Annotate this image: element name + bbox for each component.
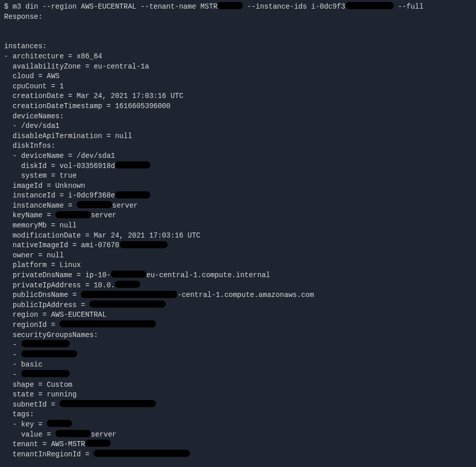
security-group-basic: - basic (4, 360, 472, 370)
redacted-sg-4 (21, 370, 70, 377)
tag-value-line: value = server (4, 430, 472, 440)
redacted-instance-id (345, 2, 394, 9)
security-group-item: - (4, 340, 472, 350)
instance-id-line: instanceId = i-0dc9f368e (4, 191, 472, 201)
image-id-line: imageId = Unknown (4, 181, 472, 191)
state-line: state = running (4, 390, 472, 400)
tags-header: tags: (4, 410, 472, 420)
tenant-in-region-line: tenantInRegionId = (4, 450, 472, 460)
blank-line (4, 32, 472, 42)
availability-zone-line: availabilityZone = eu-central-1a (4, 62, 472, 72)
redacted-tag-key (47, 420, 72, 427)
redacted-tenant-name (85, 440, 111, 447)
security-group-item: - (4, 350, 472, 360)
command-text-3: --full (398, 3, 423, 11)
public-ip-line: publicIpAddress = (4, 301, 472, 311)
redacted-tag-value (55, 430, 91, 437)
region-id-line: regionId = (4, 320, 472, 330)
key-name-line: keyName = server (4, 211, 472, 221)
instance-name-line: instanceName = server (4, 201, 472, 211)
private-dns-line: privateDnsName = ip-10-eu-central-1.comp… (4, 271, 472, 281)
redacted-private-ip (115, 281, 140, 288)
cpu-count-line: cpuCount = 1 (4, 82, 472, 92)
disable-api-line: disableApiTermination = null (4, 131, 472, 142)
redacted-public-ip (89, 301, 166, 308)
redacted-disk-id (115, 161, 150, 169)
security-groups-header: securityGroupsNames: (4, 330, 472, 341)
native-image-id-line: nativeImageId = ami-07670 (4, 241, 472, 251)
command-text-1: m3 din --region AWS-EUCENTRAL --tenant-n… (13, 3, 217, 11)
redacted-sg-2 (21, 350, 77, 357)
memory-line: memoryMb = null (4, 221, 472, 231)
redacted-public-dns (81, 291, 177, 298)
response-label: Response: (4, 12, 472, 22)
disk-device-name-line: - deviceName = /dev/sda1 (4, 151, 472, 161)
redacted-key-name (55, 211, 91, 218)
redacted-private-dns (111, 271, 146, 278)
tag-key-line: - key = (4, 420, 472, 430)
redacted-sg-1 (21, 340, 70, 347)
tenant-line: tenant = AWS-MSTR (4, 440, 472, 450)
command-text-2: --instance-ids i-0dc9f3 (247, 3, 345, 11)
platform-line: platform = Linux (4, 260, 472, 271)
redacted-instance-name (77, 201, 112, 208)
public-dns-line: publicDnsName = -central-1.compute.amazo… (4, 290, 472, 301)
architecture-line: - architecture = x86_64 (4, 52, 472, 62)
disk-infos-header: diskInfos: (4, 141, 472, 151)
command-line: $ m3 din --region AWS-EUCENTRAL --tenant… (4, 2, 472, 12)
device-names-header: deviceNames: (4, 112, 472, 122)
redacted-tenant-region (93, 450, 190, 457)
redacted-tenant (217, 2, 243, 9)
blank-line (4, 22, 472, 32)
disk-system-line: system = true (4, 171, 472, 181)
modification-date-line: modificationDate = Mar 24, 2021 17:03:16… (4, 231, 472, 241)
private-ip-line: privateIpAddress = 10.0. (4, 281, 472, 291)
subnet-id-line: subnetId = (4, 400, 472, 410)
owner-line: owner = null (4, 251, 472, 261)
terminal-output: $ m3 din --region AWS-EUCENTRAL --tenant… (4, 2, 472, 459)
instances-header: instances: (4, 42, 472, 52)
prompt-symbol: $ (4, 3, 8, 11)
redacted-ami (119, 241, 168, 248)
security-group-item: - (4, 370, 472, 380)
device-name-item: - /dev/sda1 (4, 121, 472, 131)
redacted-region-id (59, 320, 156, 327)
creation-date-line: creationDate = Mar 24, 2021 17:03:16 UTC (4, 91, 472, 102)
region-line: region = AWS-EUCENTRAL (4, 310, 472, 320)
cloud-line: cloud = AWS (4, 72, 472, 82)
redacted-instance-id-full (115, 191, 150, 198)
disk-id-line: diskId = vol-03356918d (4, 161, 472, 172)
redacted-subnet (59, 400, 156, 407)
shape-line: shape = Custom (4, 380, 472, 390)
creation-timestamp-line: creationDateTimestamp = 1616605396000 (4, 102, 472, 112)
